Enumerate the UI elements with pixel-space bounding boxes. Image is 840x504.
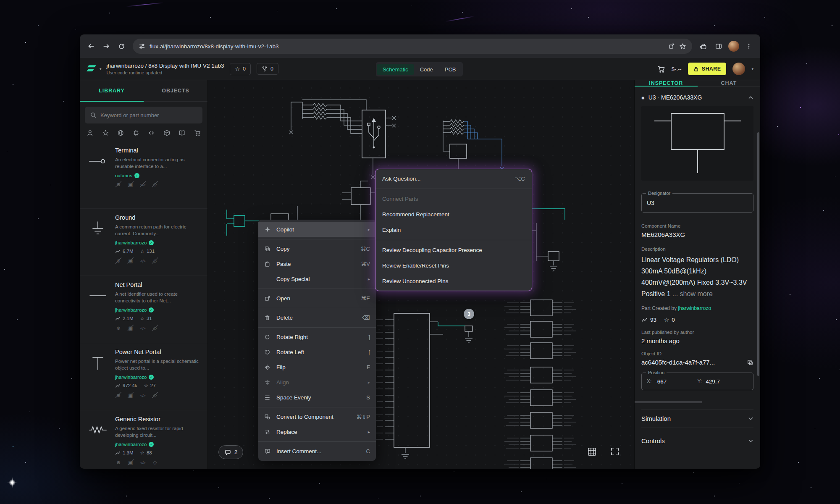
reload-button[interactable] — [114, 39, 129, 53]
list-item-power-net-portal[interactable]: Power Net Portal Power net portal is a s… — [80, 343, 207, 410]
open-in-new-icon[interactable] — [668, 43, 675, 50]
model-icon[interactable]: ◇ — [152, 459, 158, 466]
x-value[interactable]: -667 — [655, 378, 667, 385]
show-more-link[interactable]: ... show more — [672, 290, 713, 297]
star-count-button[interactable]: ☆ 0 — [230, 63, 251, 75]
component-above-menu[interactable] — [342, 181, 378, 223]
item-author[interactable]: jharwinbarrozo — [115, 375, 147, 380]
author-link[interactable]: jharwinbarrozo — [678, 305, 711, 311]
footprint-off-icon[interactable]: ⊕ — [115, 257, 122, 264]
image-off-icon[interactable]: ▣ — [127, 257, 134, 264]
code-icon[interactable]: </> — [139, 257, 146, 264]
menu-item-delete[interactable]: Delete ⌫ — [258, 310, 376, 325]
image-off-icon[interactable]: ▣ — [127, 459, 134, 466]
tab-pcb[interactable]: PCB — [439, 64, 462, 75]
menu-item-flip[interactable]: Flip F — [258, 360, 376, 375]
project-breadcrumb[interactable]: jharwinbarrozo / 8x8 Display with IMU V2… — [107, 63, 224, 69]
submenu-item-explain[interactable]: Explain — [375, 222, 532, 238]
submenu-item-review-enable-reset[interactable]: Review Enable/Reset Pins — [375, 258, 532, 273]
tab-chat[interactable]: CHAT — [698, 80, 761, 86]
simulation-section[interactable]: Simulation — [641, 409, 753, 428]
submenu-item-recommend-replacement[interactable]: Recommend Replacement — [375, 207, 532, 222]
list-item-terminal[interactable]: Terminal An electrical connector acting … — [80, 142, 207, 209]
collapse-chevron-icon[interactable] — [748, 95, 753, 100]
comments-button[interactable]: 2 — [218, 445, 243, 459]
cart-icon[interactable] — [657, 65, 665, 73]
submenu-item-review-decoupling[interactable]: Review Decoupling Capacitor Presence — [375, 242, 532, 258]
back-button[interactable] — [84, 39, 98, 53]
menu-item-open[interactable]: Open ⌘E — [258, 291, 376, 306]
url-text[interactable]: flux.ai/jharwinbarrozo/8x8-display-with-… — [150, 43, 664, 50]
code-filter-icon[interactable] — [148, 129, 155, 136]
tab-library[interactable]: LIBRARY — [80, 80, 144, 101]
menu-item-rotate-right[interactable]: Rotate Right ] — [258, 329, 376, 344]
forward-button[interactable] — [99, 39, 113, 53]
avatar-caret-icon[interactable]: ▾ — [751, 67, 753, 71]
panel-resize-handle[interactable] — [635, 401, 702, 403]
controls-section[interactable]: Controls — [641, 428, 753, 450]
image-off-icon[interactable]: ▣ — [127, 181, 134, 188]
menu-item-copilot[interactable]: Copilot ▸ — [258, 222, 376, 237]
model-off-icon[interactable]: ◇ — [152, 325, 158, 331]
item-author[interactable]: natarius — [115, 173, 132, 178]
menu-item-replace[interactable]: Replace ▸ — [258, 424, 376, 439]
tab-code[interactable]: Code — [415, 64, 438, 75]
cart-filter-icon[interactable] — [194, 129, 201, 136]
item-author[interactable]: jharwinbarrozo — [115, 240, 147, 245]
driver-ic-column[interactable] — [504, 300, 576, 469]
browser-menu-icon[interactable] — [742, 39, 756, 53]
y-value[interactable]: 429.7 — [706, 378, 720, 385]
submenu-item-review-unconnected[interactable]: Review Unconnected Pins — [375, 273, 532, 289]
site-settings-icon[interactable] — [139, 43, 145, 50]
footprint-off-icon[interactable]: ⊕ — [115, 181, 122, 188]
starred-filter-icon[interactable] — [102, 129, 109, 136]
inspector-scrollbar[interactable] — [757, 132, 759, 376]
menu-item-convert-to-component[interactable]: Convert to Component ⌘⇧P — [258, 409, 376, 424]
tab-inspector[interactable]: INSPECTOR — [635, 80, 698, 86]
model-off-icon[interactable]: ◇ — [152, 181, 158, 188]
designator-field[interactable]: Designator U3 — [641, 193, 753, 213]
image-off-icon[interactable]: ▣ — [127, 392, 134, 399]
submenu-item-ask-question[interactable]: Ask Question... ⌥C — [375, 171, 532, 186]
fanout-wires[interactable] — [464, 121, 504, 171]
menu-item-copy[interactable]: Copy ⌘C — [258, 241, 376, 256]
image-off-icon[interactable]: ▣ — [127, 325, 134, 331]
tab-objects[interactable]: OBJECTS — [144, 80, 207, 101]
bookmark-star-icon[interactable] — [679, 43, 686, 50]
menu-item-insert-comment[interactable]: Insert Comment... C — [258, 444, 376, 459]
menu-item-rotate-left[interactable]: Rotate Left [ — [258, 344, 376, 360]
browser-profile-avatar[interactable] — [728, 41, 739, 52]
selected-part-header[interactable]: ◆ U3 · ME6206A33XG — [641, 94, 753, 101]
chip-filter-icon[interactable] — [133, 129, 140, 136]
badge-net-component[interactable] — [465, 326, 472, 342]
list-item-generic-resistor[interactable]: Generic Resistor A generic fixed resisto… — [80, 410, 207, 469]
usb-connector-symbol[interactable] — [302, 100, 396, 179]
menu-item-paste[interactable]: Paste ⌘V — [258, 256, 376, 271]
fork-count-button[interactable]: 0 — [257, 63, 278, 75]
resistor-network-1[interactable] — [289, 102, 362, 134]
fullscreen-button[interactable] — [609, 446, 620, 457]
code-icon[interactable]: </> — [139, 392, 146, 399]
share-button[interactable]: SHARE — [688, 63, 727, 75]
main-ic-symbol[interactable] — [372, 313, 465, 458]
schematic-canvas[interactable]: 3 2 Copilot ▸ — [208, 80, 634, 469]
list-item-ground[interactable]: Ground A common return path for electric… — [80, 209, 207, 276]
url-bar[interactable]: flux.ai/jharwinbarrozo/8x8-display-with-… — [133, 39, 692, 54]
grid-snap-toggle[interactable] — [586, 446, 597, 457]
code-icon[interactable]: </> — [139, 459, 146, 466]
community-filter-icon[interactable] — [117, 129, 124, 136]
footprint-icon[interactable]: ⊕ — [115, 459, 122, 466]
package-filter-icon[interactable] — [163, 129, 171, 136]
item-author[interactable]: jharwinbarrozo — [115, 442, 147, 447]
flux-logo[interactable]: ▾ — [87, 64, 102, 74]
item-author[interactable]: jharwinbarrozo — [115, 307, 147, 312]
menu-item-space-evenly[interactable]: Space Evenly S — [258, 390, 376, 405]
library-filter-icon[interactable] — [178, 129, 186, 136]
extensions-icon[interactable] — [696, 39, 711, 53]
user-avatar[interactable] — [732, 63, 745, 75]
list-item-net-portal[interactable]: Net Portal A net identifier used to crea… — [80, 276, 207, 343]
annotation-badge[interactable]: 3 — [464, 309, 474, 319]
profile-filter-icon[interactable] — [87, 129, 94, 136]
library-search[interactable] — [85, 107, 202, 123]
copy-id-icon[interactable] — [747, 359, 753, 366]
